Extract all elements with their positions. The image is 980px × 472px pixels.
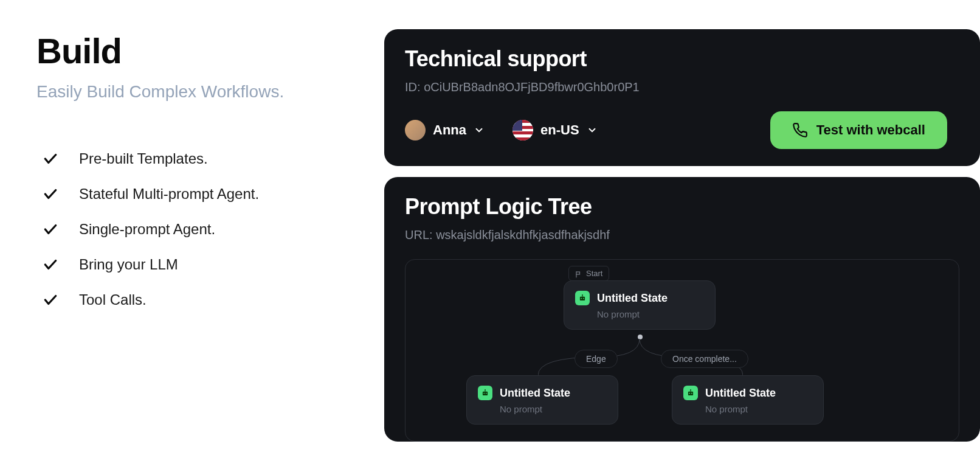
svg-point-14 [690, 389, 691, 390]
svg-point-9 [485, 389, 486, 390]
url-label: URL: [405, 228, 436, 241]
us-flag-icon [512, 120, 533, 141]
svg-point-6 [483, 393, 485, 394]
persona-name: Anna [433, 122, 466, 138]
avatar-icon [405, 120, 426, 141]
check-icon [43, 151, 58, 167]
phone-icon [792, 122, 808, 138]
page-title: Build [36, 30, 348, 71]
url-value: wskajsldkfjalskdhfkjasdfhakjsdhf [436, 228, 610, 241]
edge-label-right[interactable]: Once complete... [661, 350, 748, 368]
node-title: Untitled State [597, 292, 668, 305]
id-label: ID: [405, 80, 424, 94]
feature-text: Pre-built Templates. [79, 150, 208, 167]
locale-dropdown[interactable]: en-US [512, 120, 598, 141]
logic-tree-title: Prompt Logic Tree [405, 194, 959, 220]
agent-id-line: ID: oCiUBrB8adn8OJFjBD9fbwr0Ghb0r0P1 [405, 80, 959, 94]
node-title: Untitled State [500, 387, 570, 400]
app-right-panel: Technical support ID: oCiUBrB8adn8OJFjBD… [384, 0, 980, 472]
node-title: Untitled State [705, 387, 776, 400]
node-subtitle: No prompt [705, 404, 812, 414]
page-subtitle: Easily Build Complex Workflows. [36, 82, 348, 102]
feature-item: Tool Calls. [43, 291, 348, 308]
tree-node-right[interactable]: Untitled State No prompt [672, 375, 824, 425]
svg-point-11 [689, 393, 690, 394]
id-value: oCiUBrB8adn8OJFjBD9fbwr0Ghb0r0P1 [424, 80, 640, 94]
node-subtitle: No prompt [500, 404, 607, 414]
tree-node-left[interactable]: Untitled State No prompt [466, 375, 618, 425]
feature-item: Bring your LLM [43, 256, 348, 273]
node-subtitle: No prompt [597, 309, 704, 319]
feature-text: Tool Calls. [79, 291, 147, 308]
check-icon [43, 186, 58, 202]
feature-item: Pre-built Templates. [43, 150, 348, 167]
flag-icon [575, 271, 582, 277]
feature-item: Single-prompt Agent. [43, 221, 348, 238]
start-badge: Start [568, 266, 609, 281]
persona-dropdown[interactable]: Anna [405, 120, 485, 141]
svg-rect-0 [580, 297, 585, 300]
svg-rect-10 [688, 392, 693, 395]
svg-point-12 [691, 393, 692, 394]
tree-canvas[interactable]: Start Untitled State No prompt Edge Onc [405, 259, 959, 442]
feature-text: Stateful Multi-prompt Agent. [79, 186, 259, 203]
controls-row: Anna en-US [405, 111, 959, 149]
marketing-left-panel: Build Easily Build Complex Workflows. Pr… [0, 0, 384, 472]
robot-icon [575, 291, 590, 305]
check-icon [43, 292, 58, 308]
chevron-down-icon [587, 125, 598, 136]
svg-point-1 [581, 298, 582, 299]
edge-label-left[interactable]: Edge [575, 350, 618, 368]
robot-icon [683, 386, 698, 400]
check-icon [43, 257, 58, 272]
agent-title: Technical support [405, 46, 959, 72]
svg-point-7 [486, 393, 487, 394]
feature-text: Single-prompt Agent. [79, 221, 215, 238]
logic-tree-card: Prompt Logic Tree URL: wskajsldkfjalskdh… [384, 177, 980, 442]
test-webcall-button[interactable]: Test with webcall [770, 111, 947, 149]
test-button-label: Test with webcall [816, 122, 925, 138]
chevron-down-icon [474, 125, 485, 136]
check-icon [43, 221, 58, 237]
feature-list: Pre-built Templates. Stateful Multi-prom… [36, 150, 348, 308]
feature-item: Stateful Multi-prompt Agent. [43, 186, 348, 203]
robot-icon [478, 386, 492, 400]
start-label: Start [586, 269, 602, 278]
feature-text: Bring your LLM [79, 256, 178, 273]
tree-node-root[interactable]: Untitled State No prompt [564, 280, 716, 330]
header-card: Technical support ID: oCiUBrB8adn8OJFjBD… [384, 29, 980, 166]
url-line: URL: wskajsldkfjalskdhfkjasdfhakjsdhf [405, 228, 959, 242]
svg-point-2 [583, 298, 584, 299]
svg-rect-5 [483, 392, 488, 395]
svg-point-4 [582, 294, 583, 296]
locale-label: en-US [540, 122, 579, 138]
